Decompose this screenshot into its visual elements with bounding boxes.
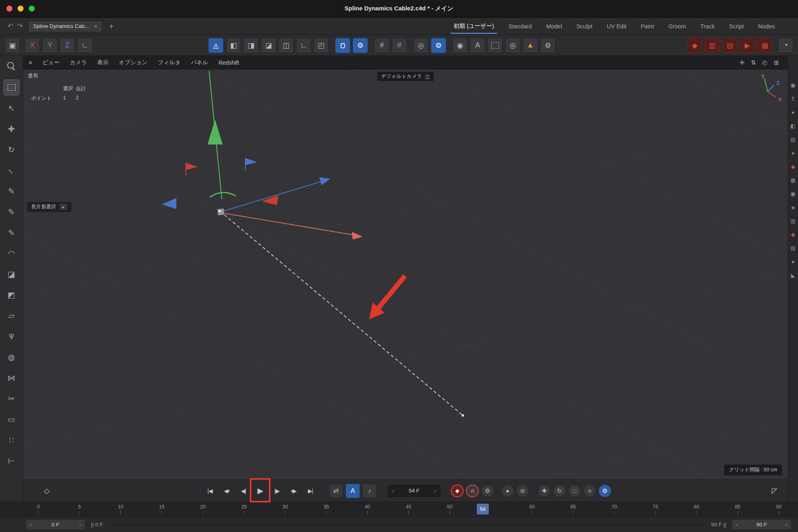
camera-label-pill[interactable]: デフォルトカメラ ◫ xyxy=(377,72,434,81)
viewport-split-button[interactable]: ◰ xyxy=(314,38,329,53)
gizmo-z-axis[interactable] xyxy=(162,177,330,212)
layout-tab-sculpt[interactable]: Sculpt xyxy=(569,18,599,35)
tweak-pen-tool[interactable]: ✎ xyxy=(4,225,20,241)
next-key-button[interactable]: •▶ xyxy=(286,483,301,498)
side-panel-icon[interactable]: ◆ xyxy=(789,163,797,170)
range-end-prev-icon[interactable]: ‹ xyxy=(736,522,738,528)
volume-builder-tool[interactable]: ◍ xyxy=(4,349,20,365)
selection-region-button[interactable] xyxy=(488,38,503,53)
lock-z-axis-button[interactable]: Z xyxy=(60,38,75,53)
side-panel-icon[interactable]: ◣ xyxy=(789,271,797,279)
side-panel-icon[interactable]: ▣ xyxy=(789,190,797,197)
side-panel-icon[interactable]: ● xyxy=(789,258,797,265)
minimize-button[interactable] xyxy=(18,6,24,12)
document-tab[interactable]: Spline Dynamics Cab... × xyxy=(28,20,103,32)
coordinate-system-button[interactable]: ∟ xyxy=(77,38,93,53)
spline-arc-tool[interactable]: ◠ xyxy=(4,245,20,261)
menu-redshift[interactable]: Redshift xyxy=(219,57,239,69)
scale-tool[interactable]: ↔ xyxy=(0,159,23,182)
move-tool[interactable]: ✚ xyxy=(4,121,20,137)
orientation-gizmo[interactable]: Y Z X xyxy=(747,72,784,105)
play-mode-button[interactable]: A xyxy=(346,484,360,498)
viewport[interactable]: 透視 選択 合計 ポイント 1 2 デフォルトカメラ ◫ 長方形選択 ▸ xyxy=(23,69,788,479)
redo-icon[interactable]: ↷ xyxy=(15,20,25,32)
layout-tab-startup[interactable]: 初期 (ユーザー) xyxy=(446,18,501,35)
quantize-button[interactable]: # xyxy=(374,38,389,53)
close-tab-icon[interactable]: × xyxy=(94,23,97,30)
layout-tab-model[interactable]: Model xyxy=(539,18,569,35)
add-tab-button[interactable]: + xyxy=(109,22,114,31)
loop-playback-button[interactable]: ⇄ xyxy=(329,484,343,498)
timeline-layout-button[interactable]: ◸ xyxy=(767,483,782,498)
animation-mode-button[interactable]: ◫ xyxy=(279,38,294,53)
spline-anchor-cube[interactable] xyxy=(217,208,225,216)
tool-options-button[interactable]: ▸ xyxy=(59,204,67,210)
side-panel-icon[interactable]: ◆ xyxy=(789,231,797,238)
snap-enable-button[interactable]: Ω xyxy=(335,38,350,53)
current-frame-marker[interactable]: 54 xyxy=(477,504,489,514)
render-animation-button[interactable]: ▶ xyxy=(740,38,755,53)
axis-settings-button[interactable]: ⚙ xyxy=(431,38,446,53)
snap-settings-button[interactable]: ⚙ xyxy=(353,38,368,53)
side-panel-icon[interactable]: ◈ xyxy=(789,204,797,211)
sound-toggle-button[interactable]: ♪ xyxy=(362,484,377,498)
viewport-menu-icon[interactable]: ≡ xyxy=(29,57,32,69)
timeline-ruler[interactable]: 051015202530354045506065707580859054 xyxy=(0,502,798,517)
visibility-filter-button[interactable]: ◉ xyxy=(452,38,468,53)
zoom-button[interactable] xyxy=(29,6,35,12)
close-button[interactable] xyxy=(6,6,12,12)
lock-y-axis-button[interactable]: Y xyxy=(42,38,57,53)
range-start-prev-icon[interactable]: ‹ xyxy=(30,522,32,528)
spline-pen-tool[interactable]: ✎ xyxy=(4,183,20,199)
undo-icon[interactable]: ↶ xyxy=(6,20,15,32)
side-panel-icon[interactable]: ◧ xyxy=(789,122,797,129)
gizmo-y-axis[interactable] xyxy=(207,71,236,199)
current-frame-field[interactable]: ‹ 54 F › xyxy=(388,485,440,497)
record-keyframe-button[interactable]: ◆ xyxy=(451,485,464,497)
side-panel-icon[interactable]: ▤ xyxy=(789,244,797,251)
quantize-settings-button[interactable]: # xyxy=(392,38,407,53)
side-panel-icon[interactable]: ▦ xyxy=(789,176,797,184)
rectangle-select-tool[interactable] xyxy=(4,79,20,95)
texture-mode-button[interactable]: ◨ xyxy=(243,38,259,53)
side-panel-icon[interactable]: T xyxy=(789,95,797,102)
symmetry-tool[interactable]: ⋈ xyxy=(4,370,20,386)
gizmo-x-axis[interactable] xyxy=(223,196,363,239)
primitive-cube-tool[interactable]: ◪ xyxy=(4,266,20,282)
knife-tool[interactable]: ✂ xyxy=(4,391,20,407)
layout-tab-script[interactable]: Script xyxy=(722,18,751,35)
lock-x-axis-button[interactable]: X xyxy=(25,38,40,53)
redshift-renderview-button[interactable]: ◆ xyxy=(687,38,702,53)
range-end-next-icon[interactable]: › xyxy=(785,522,787,528)
object-mode-button[interactable]: ◪ xyxy=(261,38,276,53)
rotate-tool[interactable]: ↻ xyxy=(4,142,20,158)
measure-tool[interactable]: ⊢ xyxy=(4,453,20,469)
side-panel-icon[interactable]: ▥ xyxy=(789,217,797,224)
swap-views-icon[interactable]: ⇅ xyxy=(751,57,756,69)
layout-tab-standard[interactable]: Standard xyxy=(501,18,539,35)
layout-tab-paint[interactable]: Paint xyxy=(634,18,661,35)
viewport-settings-button[interactable]: ⚙ xyxy=(540,38,555,53)
preview-range-end-field[interactable]: ‹ 90 F › xyxy=(732,519,792,530)
side-panel-icon[interactable]: ● xyxy=(789,109,797,116)
layout-tab-track[interactable]: Track xyxy=(693,18,722,35)
toggle-quad-view-icon[interactable]: ⊞ xyxy=(774,57,779,69)
character-rig-tool[interactable]: ⋔ xyxy=(4,328,20,344)
workplane-mode-button[interactable]: ∟ xyxy=(296,38,311,53)
layout-tab-nodes[interactable]: Nodes xyxy=(751,18,782,35)
play-button[interactable]: ▶ xyxy=(253,483,267,498)
layout-tab-uvedit[interactable]: UV Edit xyxy=(600,18,634,35)
previous-key-button[interactable]: ◀• xyxy=(219,483,234,498)
range-start-next-icon[interactable]: › xyxy=(79,522,81,528)
interactive-render-region-button[interactable]: ◔ xyxy=(778,38,793,53)
lod-warning-button[interactable]: ▲ xyxy=(523,38,538,53)
render-current-view-button[interactable]: ▤ xyxy=(722,38,737,53)
autokeying-button[interactable]: A xyxy=(466,485,479,497)
make-editable-button[interactable]: ◬ xyxy=(208,38,223,53)
record-rotation-button[interactable]: ↻ xyxy=(553,485,566,497)
preview-range-start-field[interactable]: ‹ 0 F › xyxy=(26,519,85,530)
keyframe-selection-button[interactable]: ● xyxy=(501,485,514,497)
axis-modify-button[interactable]: ◎ xyxy=(413,38,429,53)
menu-view[interactable]: ビュー xyxy=(42,57,59,69)
model-mode-button[interactable]: ◧ xyxy=(226,38,241,53)
